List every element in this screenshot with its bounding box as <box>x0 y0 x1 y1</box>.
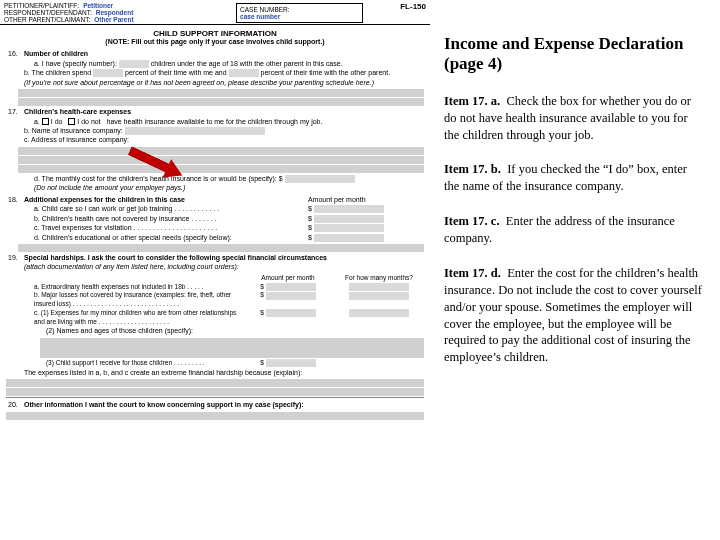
q16-num: 16. <box>8 49 22 58</box>
q19c2-field[interactable] <box>40 338 424 358</box>
q19a: a. Extraordinary health expenses not inc… <box>34 283 242 292</box>
q17a-checkbox-idonot[interactable] <box>68 118 75 125</box>
q18c: c. Travel expenses for visitation . . . … <box>34 223 308 232</box>
q18b: b. Children's health care not covered by… <box>34 214 308 223</box>
otherparent-value: Other Parent <box>94 16 133 23</box>
q16a-label: a. I have (specify number): <box>34 60 117 67</box>
respondent-label: RESPONDENT/DEFENDANT: <box>4 9 92 16</box>
otherparent-label: OTHER PARENT/CLAIMANT: <box>4 16 90 23</box>
note-17a-label: Item 17. a. <box>444 94 500 108</box>
section-title: CHILD SUPPORT INFORMATION <box>0 29 430 38</box>
q16a-tail: children under the age of 18 with the ot… <box>151 60 343 67</box>
q17c-label: c. Address of insurance company: <box>24 136 129 143</box>
q20-title: Other information I want the court to kn… <box>24 401 304 408</box>
q17a-idonot: I do not <box>77 118 100 125</box>
q19a-amt[interactable] <box>266 283 316 291</box>
q19c3-row: (3) Child support I receive for those ch… <box>0 359 430 379</box>
case-number-box: CASE NUMBER: case number <box>236 3 363 23</box>
q19-tail: The expenses listed in a, b, and c creat… <box>24 369 302 376</box>
q19-explain-2[interactable] <box>6 388 424 396</box>
q19a-months[interactable] <box>349 283 409 291</box>
q19-title: Special hardships. I ask the court to co… <box>24 254 327 261</box>
note-17b: Item 17. b. If you checked the “I do” bo… <box>444 161 702 195</box>
q17d-field[interactable] <box>285 175 355 183</box>
q18c-field[interactable] <box>314 224 384 232</box>
q19c3-amt[interactable] <box>266 359 316 367</box>
section-note: (NOTE: Fill out this page only if your c… <box>0 38 430 45</box>
q19c3: (3) Child support I receive for those ch… <box>46 359 242 368</box>
q17a-label: a. <box>34 118 40 125</box>
note-17d-label: Item 17. d. <box>444 266 501 280</box>
notes-title: Income and Expense Declaration (page 4) <box>444 34 702 75</box>
q20: 20. Other information I want the court t… <box>0 400 430 411</box>
q19c2: (2) Names and ages of those children (sp… <box>24 326 424 335</box>
q16b-note: (If you're not sure about percentage or … <box>24 79 374 86</box>
q17d-note: (Do not include the amount your employer… <box>34 184 185 191</box>
q19b: b. Major losses not covered by insurance… <box>34 291 242 309</box>
petitioner-value: Petitioner <box>83 2 113 9</box>
q19c1-amt[interactable] <box>266 309 316 317</box>
q18b-field[interactable] <box>314 215 384 223</box>
q19c1-months[interactable] <box>349 309 409 317</box>
slide: PETITIONER/PLAINTIFF:Petitioner RESPONDE… <box>0 0 720 540</box>
q19c1: c. (1) Expenses for my minor children wh… <box>34 309 242 327</box>
note-17c-label: Item 17. c. <box>444 214 500 228</box>
q16-schedule-field[interactable] <box>18 89 424 97</box>
instruction-panel: Income and Expense Declaration (page 4) … <box>430 0 720 540</box>
q19-explain-1[interactable] <box>6 379 424 387</box>
q19-num: 19. <box>8 253 22 262</box>
q18d-specify-field[interactable] <box>18 244 424 252</box>
q16b-field2[interactable] <box>229 69 259 77</box>
q18-col: Amount per month <box>308 195 418 204</box>
q17a-ido: I do <box>51 118 63 125</box>
q17b-label: b. Name of insurance company: <box>24 127 123 134</box>
q18a: a. Child care so I can work or get job t… <box>34 204 308 213</box>
note-17d: Item 17. d. Enter the cost for the child… <box>444 265 702 366</box>
q17c-field-3[interactable] <box>18 165 424 173</box>
q17b-field[interactable] <box>125 127 265 135</box>
q16b-tail2: percent of their time with the other par… <box>261 69 391 76</box>
q20-field[interactable] <box>6 412 424 420</box>
case-number-value: case number <box>240 13 359 20</box>
q16b-label: b. The children spend <box>24 69 91 76</box>
q19-col1: Amount per month <box>248 274 328 283</box>
q16-schedule-field-2[interactable] <box>18 98 424 106</box>
q18-title: Additional expenses for the children in … <box>24 195 185 204</box>
note-17b-label: Item 17. b. <box>444 162 501 176</box>
q18a-field[interactable] <box>314 205 384 213</box>
q16a-field[interactable] <box>119 60 149 68</box>
q19: 19. Special hardships. I ask the court t… <box>0 253 430 338</box>
q18: 18. Additional expenses for the children… <box>0 195 430 244</box>
q19-col2: For how many months? <box>334 274 424 283</box>
note-17c: Item 17. c. Enter the address of the ins… <box>444 213 702 247</box>
case-number-label: CASE NUMBER: <box>240 6 359 13</box>
petitioner-label: PETITIONER/PLAINTIFF: <box>4 2 79 9</box>
q17: 17. Children's health-care expenses a. I… <box>0 107 430 147</box>
note-17a: Item 17. a. Check the box for whether yo… <box>444 93 702 144</box>
divider <box>6 397 424 398</box>
form-header: PETITIONER/PLAINTIFF:Petitioner RESPONDE… <box>0 0 430 25</box>
q17c-field-1[interactable] <box>18 147 424 155</box>
q17a-tail: have health insurance available to me fo… <box>106 118 322 125</box>
q16b-tail: percent of their time with me and <box>125 69 227 76</box>
q19-sub: (attach documentation of any item listed… <box>24 263 239 270</box>
q16: 16. Number of children a. I have (specif… <box>0 49 430 89</box>
form-code: FL-150 <box>363 2 426 23</box>
q17d-label: d. The monthly cost for the children's h… <box>34 175 283 182</box>
q17c-field-2[interactable] <box>18 156 424 164</box>
q19b-months[interactable] <box>349 292 409 300</box>
q18-num: 18. <box>8 195 22 204</box>
respondent-value: Respondent <box>96 9 134 16</box>
q17a-checkbox-ido[interactable] <box>42 118 49 125</box>
q17-title: Children's health-care expenses <box>24 108 131 115</box>
q16b-field1[interactable] <box>93 69 123 77</box>
q20-num: 20. <box>8 400 22 409</box>
q17d-row: d. The monthly cost for the children's h… <box>0 174 430 195</box>
q16-title: Number of children <box>24 50 88 57</box>
q17-num: 17. <box>8 107 22 116</box>
form-fl150-page4: PETITIONER/PLAINTIFF:Petitioner RESPONDE… <box>0 0 430 540</box>
q19b-amt[interactable] <box>266 292 316 300</box>
q18d: d. Children's educational or other speci… <box>34 233 308 242</box>
note-17d-text: Enter the cost for the children’s health… <box>444 266 702 364</box>
q18d-field[interactable] <box>314 234 384 242</box>
